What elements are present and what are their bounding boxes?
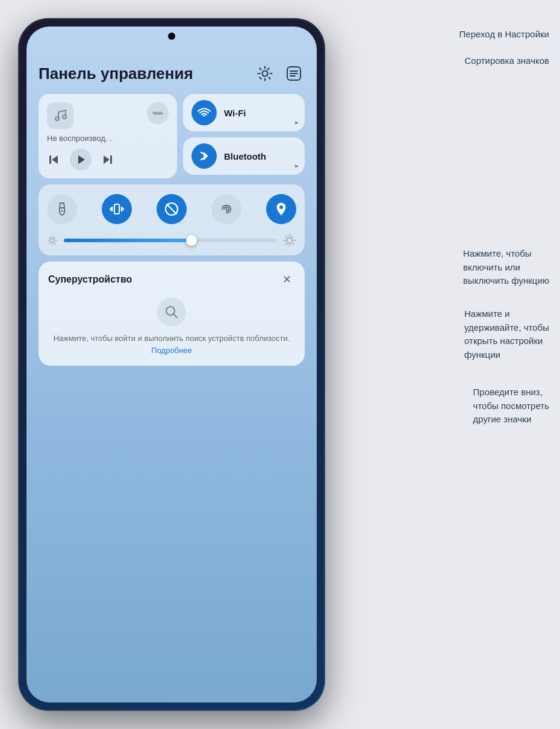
location-icon: [274, 202, 288, 216]
sun-large-icon: [283, 234, 296, 247]
control-panel: Панель управления: [39, 63, 305, 366]
annotation-sort-icons-text: Сортировка значков: [464, 55, 549, 66]
svg-point-2: [55, 117, 59, 120]
svg-point-16: [287, 238, 293, 243]
super-device-title: Суперустройство: [48, 274, 132, 285]
svg-rect-8: [110, 155, 112, 164]
brightness-max-icon: [283, 234, 296, 247]
slider-fill: [64, 239, 191, 242]
search-icon: [164, 304, 179, 320]
quick-icons-row: [47, 194, 296, 224]
next-button[interactable]: [101, 153, 114, 166]
svg-point-13: [226, 208, 228, 210]
svg-marker-4: [52, 155, 58, 164]
play-button[interactable]: [70, 149, 92, 171]
nfc-icon: [219, 201, 234, 217]
super-device-search-button[interactable]: [157, 298, 186, 327]
sun-small-icon: [47, 235, 58, 246]
phone-shell: Панель управления: [18, 18, 325, 711]
annotation-hold-fn: Нажмите иудерживайте, чтобыоткрыть настр…: [464, 307, 549, 361]
annotation-hold-fn-text: Нажмите иудерживайте, чтобыоткрыть настр…: [464, 307, 549, 361]
waveform-icon: [147, 102, 169, 124]
network-tiles: Wi-Fi ▸ Bluetooth ▸: [183, 94, 305, 178]
bluetooth-label: Bluetooth: [224, 151, 266, 161]
camera-notch: [168, 33, 175, 40]
media-top-row: [47, 102, 169, 129]
flashlight-icon: [55, 202, 69, 216]
super-device-panel: Суперустройство ✕ Нажмите, чтобы войти и…: [39, 261, 305, 366]
annotation-toggle-fn-text: Нажмите, чтобывключить иливыключить функ…: [463, 247, 549, 288]
play-icon: [75, 154, 86, 165]
nfc-button[interactable]: [211, 194, 241, 224]
panel-title: Панель управления: [39, 64, 254, 83]
annotation-toggle-fn: Нажмите, чтобывключить иливыключить функ…: [463, 247, 549, 288]
super-device-link[interactable]: Подробнее: [151, 346, 191, 355]
annotation-swipe-down-text: Проведите вниз,чтобы посмотретьдругие зн…: [473, 386, 549, 427]
bluetooth-icon: [196, 148, 212, 164]
waveform-inner-icon: [151, 107, 164, 120]
wifi-icon: [196, 105, 212, 120]
media-status: Не воспроизвод. .: [47, 134, 169, 143]
settings-button[interactable]: [254, 63, 276, 84]
super-device-body: Нажмите, чтобы войти и выполнить поиск у…: [48, 298, 295, 356]
svg-point-9: [61, 210, 63, 212]
svg-point-3: [63, 115, 66, 119]
wifi-tile[interactable]: Wi-Fi ▸: [183, 94, 305, 131]
super-device-close-button[interactable]: ✕: [278, 271, 295, 288]
annotation-settings-nav: Переход в Настройки: [459, 29, 549, 39]
svg-rect-10: [114, 204, 119, 214]
gear-icon: [257, 65, 273, 82]
brightness-min-icon: [47, 235, 58, 246]
svg-marker-7: [104, 155, 110, 164]
header-icons: [254, 63, 305, 84]
sort-icons-button[interactable]: [283, 63, 305, 84]
prev-button[interactable]: [47, 153, 60, 166]
svg-marker-6: [78, 155, 85, 164]
brightness-slider[interactable]: [64, 239, 277, 242]
screen: Панель управления: [26, 27, 317, 702]
wifi-icon-bg: [191, 100, 217, 125]
svg-point-0: [263, 71, 268, 77]
super-device-description: Нажмите, чтобы войти и выполнить поиск у…: [48, 333, 295, 356]
bluetooth-tile[interactable]: Bluetooth ▸: [183, 137, 305, 175]
music-icon: [47, 102, 73, 129]
vibration-icon: [110, 202, 124, 216]
panel-header: Панель управления: [39, 63, 305, 84]
svg-line-12: [167, 204, 176, 214]
slider-thumb[interactable]: [186, 235, 197, 246]
bt-arrow: ▸: [295, 161, 299, 170]
brightness-row: [47, 234, 296, 247]
dnd-button[interactable]: [157, 194, 187, 224]
wifi-arrow: ▸: [295, 118, 299, 127]
music-note-icon: [52, 108, 68, 124]
annotation-settings-nav-text: Переход в Настройки: [459, 29, 549, 39]
svg-rect-5: [49, 155, 51, 164]
annotation-sort-icons: Сортировка значков: [464, 55, 549, 66]
quick-settings: [39, 184, 305, 255]
edit-icon: [285, 65, 302, 82]
next-icon: [101, 153, 114, 166]
annotation-swipe-down: Проведите вниз,чтобы посмотретьдругие зн…: [473, 386, 549, 427]
annotations-area: Переход в Настройки Сортировка значков Н…: [343, 0, 560, 729]
wifi-label: Wi-Fi: [224, 108, 246, 118]
svg-point-14: [279, 205, 283, 209]
super-device-header: Суперустройство ✕: [48, 271, 295, 288]
flashlight-button[interactable]: [47, 194, 77, 224]
top-tiles: Не воспроизвод. .: [39, 94, 305, 178]
bt-icon-bg: [191, 143, 217, 169]
dnd-icon: [164, 201, 179, 217]
svg-point-15: [51, 239, 55, 243]
vibration-button[interactable]: [102, 194, 132, 224]
location-button[interactable]: [266, 194, 296, 224]
media-controls: [47, 149, 169, 171]
prev-icon: [47, 153, 60, 166]
media-tile: Не воспроизвод. .: [39, 94, 177, 178]
